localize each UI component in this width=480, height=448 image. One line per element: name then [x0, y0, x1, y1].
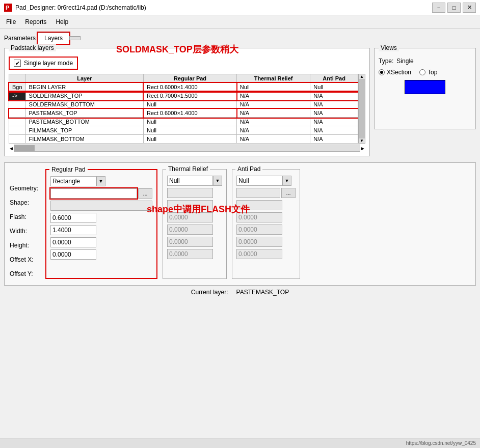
cell-prefix [9, 126, 26, 135]
anti-combo-arrow[interactable]: ▼ [282, 176, 291, 186]
thermal-offsety-row [167, 249, 222, 259]
anti-down-arrow-icon: ▼ [285, 178, 289, 183]
anti-height-input [236, 225, 282, 235]
geometry-label-row: Geometry: [10, 183, 40, 193]
tab-layers[interactable]: Layers [38, 33, 69, 44]
horizontal-scrollbar[interactable] [14, 145, 360, 152]
scroll-right-arrow[interactable]: ► [360, 146, 365, 151]
flash-label-row: Flash: [10, 212, 40, 222]
maximize-button[interactable]: □ [447, 3, 461, 13]
scroll-left-arrow[interactable]: ◄ [9, 146, 14, 151]
anti-combobox[interactable]: Null [236, 176, 282, 186]
thermal-combo[interactable]: Null ▼ [167, 176, 222, 186]
table-row[interactable]: PASTEMASK_BOTTOM Null N/A N/A [9, 118, 358, 126]
labels-column: Geometry: Shape: Flash: Width: Height: O… [10, 169, 40, 279]
tabs-row: Parameters Layers [4, 33, 476, 44]
cell-anti: N/A [310, 126, 358, 135]
regular-pad-title: Regular Pad [49, 166, 88, 173]
minimize-button[interactable]: − [432, 3, 445, 13]
table-row[interactable]: FILMMASK_BOTTOM Null N/A N/A [9, 135, 358, 144]
radio-xsection-dot[interactable] [379, 69, 385, 75]
regular-offsetx-row [50, 237, 152, 247]
single-layer-checkbox[interactable]: ✔ [14, 60, 21, 67]
anti-combo[interactable]: Null ▼ [236, 176, 291, 186]
regular-geometry-row: Rectangle ▼ [50, 176, 152, 186]
flash-input [50, 201, 152, 211]
main-content: Parameters Layers Padstack layers ✔ Sing… [0, 29, 480, 303]
close-button[interactable]: ✕ [463, 3, 476, 13]
cell-anti: Null [310, 83, 358, 92]
cell-anti: N/A [310, 109, 358, 118]
horizontal-scrollbar-area: ◄ ► [9, 145, 365, 152]
cell-anti: N/A [310, 135, 358, 144]
anti-browse-button[interactable]: ... [281, 188, 296, 198]
down-arrow-icon: ▼ [99, 179, 103, 184]
bottom-panel: Geometry: Shape: Flash: Width: Height: O… [4, 162, 476, 286]
geometry-combo[interactable]: Rectangle ▼ [50, 176, 105, 186]
soldermask-annotation: SOLDMASK_TOP层参数稍大 [116, 43, 238, 55]
shape-input[interactable] [50, 188, 137, 199]
cell-prefix [9, 135, 26, 144]
left-panel: Padstack layers ✔ Single layer mode [4, 48, 370, 160]
window-title: Pad_Designer: 0r6rect1r4.pad (D:/schemat… [15, 4, 146, 11]
regular-height-row [50, 225, 152, 235]
regular-width-row [50, 213, 152, 223]
svg-text:P: P [6, 5, 9, 11]
statusbar: https://blog.csdn.net/yyw_0425 [0, 438, 480, 448]
thermal-combobox[interactable]: Null [167, 176, 213, 186]
bottom-container: shape中调用FLASH文件 Geometry: Shape: Flash: … [4, 162, 476, 286]
table-row[interactable]: FILMMASK_TOP Null N/A N/A [9, 126, 358, 135]
cell-anti: N/A [310, 118, 358, 126]
regular-flash-row [50, 201, 152, 211]
offset-x-label-row: Offset X: [10, 255, 40, 265]
padstack-table-area: Layer Regular Pad Thermal Relief Anti Pa… [9, 74, 365, 144]
cell-prefix [9, 118, 26, 126]
radio-xsection[interactable]: XSection [379, 69, 411, 76]
parameters-label: Parameters [4, 35, 36, 42]
height-input[interactable] [50, 225, 96, 235]
vertical-scrollbar[interactable]: ▲ ▼ [358, 74, 365, 144]
table-container: Layer Regular Pad Thermal Relief Anti Pa… [9, 74, 365, 144]
table-row[interactable]: Bgn BEGIN LAYER Rect 0.6000×1.4000 Null … [9, 83, 358, 92]
cell-prefix [9, 109, 26, 118]
offset-x-label: Offset X: [10, 256, 33, 263]
geometry-combobox[interactable]: Rectangle [50, 176, 96, 186]
scroll-up-arrow[interactable]: ▲ [360, 74, 364, 79]
thermal-combo-arrow[interactable]: ▼ [213, 176, 222, 186]
cell-regular: Null [144, 135, 237, 144]
cell-layer: PASTEMASK_TOP [25, 109, 144, 118]
menu-file[interactable]: File [2, 17, 20, 26]
thermal-offsetx-row [167, 237, 222, 247]
geometry-combo-arrow[interactable]: ▼ [96, 176, 105, 186]
title-bar-controls: − □ ✕ [432, 3, 476, 13]
tab-inactive[interactable] [69, 36, 81, 40]
views-title: Views [379, 44, 399, 51]
menubar: File Reports Help [0, 15, 480, 29]
layers-table: Layer Regular Pad Thermal Relief Anti Pa… [9, 74, 358, 144]
offsety-input[interactable] [50, 249, 96, 260]
cell-layer: FILMMASK_TOP [25, 126, 144, 135]
padstack-group-inner: ✔ Single layer mode Layer Reg [9, 57, 365, 152]
offset-y-label-row: Offset Y: [10, 269, 40, 279]
padstack-group-title: Padstack layers [9, 44, 56, 51]
table-row[interactable]: SOLDERMASK_BOTTOM Null N/A N/A [9, 100, 358, 109]
radio-top[interactable]: Top [419, 69, 437, 76]
cell-regular: Null [144, 126, 237, 135]
width-input[interactable] [50, 213, 96, 223]
scroll-down-arrow[interactable]: ▼ [360, 138, 364, 143]
single-layer-mode-container[interactable]: ✔ Single layer mode [9, 57, 78, 70]
menu-help[interactable]: Help [51, 17, 72, 26]
anti-height-row [236, 225, 296, 235]
cell-thermal: N/A [236, 100, 310, 109]
single-layer-label: Single layer mode [24, 60, 73, 67]
cell-layer: PASTEMASK_BOTTOM [25, 118, 144, 126]
table-row[interactable]: -> SOLDERMASK_TOP Rect 0.7000×1.5000 N/A… [9, 92, 358, 100]
cell-thermal: Null [236, 83, 310, 92]
anti-offsety-input [236, 249, 282, 259]
menu-reports[interactable]: Reports [21, 17, 50, 26]
cell-anti: N/A [310, 92, 358, 100]
table-row[interactable]: PASTEMASK_TOP Rect 0.6000×1.4000 N/A N/A [9, 109, 358, 118]
shape-browse-button[interactable]: ... [138, 188, 152, 199]
offsetx-input[interactable] [50, 237, 96, 247]
radio-top-dot[interactable] [419, 69, 425, 75]
